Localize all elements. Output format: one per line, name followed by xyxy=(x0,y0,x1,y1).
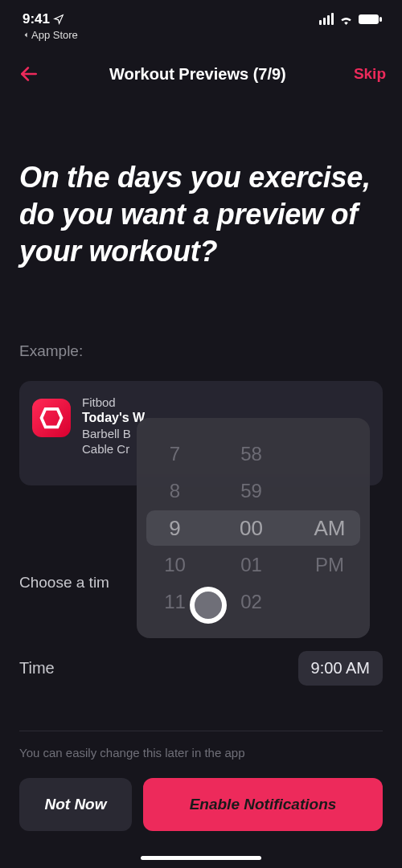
caret-left-icon xyxy=(23,31,30,39)
status-bar: 9:41 App Store xyxy=(0,0,402,45)
home-indicator[interactable] xyxy=(141,856,261,860)
headline: On the days you exercise, do you want a … xyxy=(19,159,383,270)
picker-minute-item[interactable]: 58 xyxy=(240,443,262,465)
time-label: Time xyxy=(19,659,55,678)
picker-ampm-item[interactable]: PM xyxy=(315,554,344,576)
picker-hour-item[interactable]: 11 xyxy=(164,591,186,613)
status-time: 9:41 xyxy=(23,11,78,27)
status-back-to-app[interactable]: App Store xyxy=(23,29,78,41)
status-back-label: App Store xyxy=(31,29,78,41)
hint-text: You can easily change this later in the … xyxy=(19,746,383,760)
status-indicators xyxy=(319,13,383,25)
skip-button[interactable]: Skip xyxy=(354,65,386,83)
picker-hour-item[interactable]: 7 xyxy=(170,443,180,465)
picker-selection-band xyxy=(146,510,360,546)
picker-minute-item[interactable]: 01 xyxy=(240,554,262,576)
not-now-button[interactable]: Not Now xyxy=(19,778,132,831)
notification-title: Today's W xyxy=(82,411,145,425)
page-title: Workout Previews (7/9) xyxy=(42,65,354,84)
back-button[interactable] xyxy=(16,61,42,87)
wifi-icon xyxy=(338,14,354,25)
example-label: Example: xyxy=(19,342,383,360)
time-picker-popover[interactable]: 7 8 9 10 11 58 59 00 01 02 AM PM xyxy=(137,418,370,638)
picker-minute-item[interactable]: 02 xyxy=(240,591,262,613)
battery-icon xyxy=(359,14,383,25)
svg-rect-0 xyxy=(359,14,379,24)
nav-row: Workout Previews (7/9) Skip xyxy=(0,45,402,103)
time-row: Time 9:00 AM xyxy=(19,651,383,686)
location-icon xyxy=(53,14,64,25)
fitbod-logo-icon xyxy=(39,406,64,430)
picker-hour-item[interactable]: 8 xyxy=(170,480,180,502)
notification-body-line1: Barbell B xyxy=(82,427,145,440)
divider xyxy=(19,731,383,731)
notification-body-line2: Cable Cr xyxy=(82,442,145,456)
picker-minute-item[interactable]: 59 xyxy=(240,480,262,502)
enable-notifications-button[interactable]: Enable Notifications xyxy=(143,778,383,831)
loading-spinner-icon xyxy=(190,587,227,624)
cellular-icon xyxy=(319,13,334,25)
app-icon xyxy=(32,399,71,437)
time-value-pill[interactable]: 9:00 AM xyxy=(298,651,383,686)
button-row: Not Now Enable Notifications xyxy=(0,778,402,831)
notification-app-name: Fitbod xyxy=(82,395,145,409)
arrow-left-icon xyxy=(18,63,39,84)
svg-rect-1 xyxy=(379,17,382,22)
svg-marker-3 xyxy=(42,409,62,428)
picker-hour-item[interactable]: 10 xyxy=(164,554,186,576)
clock-text: 9:41 xyxy=(23,11,50,27)
